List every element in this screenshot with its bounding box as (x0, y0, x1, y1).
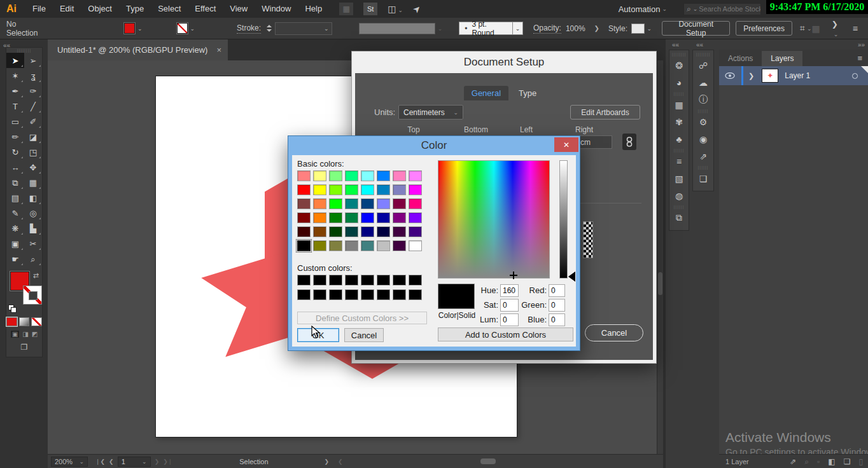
basic-color-swatch[interactable] (377, 226, 390, 237)
custom-color-swatch[interactable] (409, 289, 422, 300)
basic-color-swatch[interactable] (297, 240, 311, 251)
basic-color-swatch[interactable] (377, 198, 390, 209)
opacity-value[interactable]: 100% (566, 24, 585, 33)
collapse-panel-icon[interactable]: «« (696, 41, 703, 48)
line-segment-tool[interactable]: ╱ (24, 99, 42, 114)
menu-view[interactable]: View (223, 0, 255, 18)
layer-thumbnail[interactable]: ✦ (762, 69, 778, 83)
basic-color-swatch[interactable] (313, 212, 326, 223)
basic-color-swatch[interactable] (377, 212, 390, 223)
color-guide-icon[interactable]: ◕ (669, 74, 689, 91)
expand-panel-icon[interactable]: »» (858, 41, 865, 48)
close-icon[interactable]: ✕ (554, 137, 578, 152)
type-tool[interactable]: T (6, 99, 24, 114)
magic-wand-tool[interactable]: ✶ (6, 68, 24, 83)
units-dropdown[interactable]: Centimeters ⌄ (398, 105, 463, 120)
color-mode-button[interactable] (6, 317, 17, 326)
gradient-panel-icon[interactable]: ▧ (669, 170, 689, 187)
custom-color-swatch[interactable] (361, 289, 374, 300)
lum-input[interactable] (500, 313, 519, 326)
basic-color-swatch[interactable] (393, 212, 406, 223)
tab-type[interactable]: Type (511, 86, 544, 100)
basic-color-swatch[interactable] (361, 170, 374, 181)
none-mode-button[interactable] (31, 317, 42, 326)
custom-color-swatch[interactable] (345, 275, 358, 286)
custom-color-swatch[interactable] (345, 289, 358, 300)
delete-layer-icon[interactable]: ▯ (858, 457, 863, 466)
luminance-slider-arrow[interactable] (568, 272, 575, 282)
add-to-custom-colors-button[interactable]: Add to Custom Colors (438, 327, 573, 341)
basic-color-swatch[interactable] (361, 198, 374, 209)
last-artboard-icon[interactable]: ❯❘ (163, 458, 172, 465)
stock-icon[interactable]: St (363, 3, 377, 15)
style-swatch[interactable] (631, 24, 645, 34)
arrange-documents-icon[interactable]: ◫⌄ (388, 4, 403, 14)
custom-color-swatch[interactable] (361, 275, 374, 286)
bridge-icon[interactable]: ▦ (339, 3, 353, 15)
basic-color-swatch[interactable] (393, 198, 406, 209)
custom-color-swatch[interactable] (313, 289, 326, 300)
app-logo[interactable]: Ai (6, 3, 17, 15)
stroke-weight-stepper[interactable] (266, 23, 272, 34)
basic-color-swatch[interactable] (409, 240, 422, 251)
basic-color-swatch[interactable] (313, 240, 326, 251)
lasso-tool[interactable]: ʓ (24, 68, 42, 83)
visibility-eye-icon[interactable] (725, 72, 735, 79)
hue-saturation-field[interactable] (438, 160, 550, 279)
stock-search[interactable]: ⌕ ⌄ (683, 3, 761, 15)
basic-color-swatch[interactable] (297, 226, 311, 237)
basic-color-swatch[interactable] (393, 170, 406, 181)
layer-target-icon[interactable] (852, 73, 858, 79)
basic-color-swatch[interactable] (345, 198, 358, 209)
swap-fill-stroke-icon[interactable]: ⇄ (33, 272, 39, 280)
rectangle-tool[interactable]: ▭ (6, 114, 24, 129)
basic-color-swatch[interactable] (345, 184, 358, 195)
new-layer-icon[interactable]: ❏ (844, 457, 851, 466)
basic-color-swatch[interactable] (345, 240, 358, 251)
document-setup-cancel-button[interactable]: Cancel (585, 324, 643, 341)
brushes-panel-icon[interactable]: ✾ (669, 113, 689, 130)
default-fill-stroke-icon[interactable] (8, 305, 17, 313)
artboards-panel-icon[interactable]: ⧉ (669, 209, 689, 226)
custom-color-swatch[interactable] (297, 289, 311, 300)
draw-normal-icon[interactable]: ▣ (11, 331, 19, 338)
shape-builder-tool[interactable]: ⧉ (6, 175, 24, 190)
basic-color-swatch[interactable] (329, 184, 342, 195)
stroke-weight-label[interactable]: Stroke: (237, 24, 261, 34)
export-panel-icon[interactable]: ⇗ (693, 148, 713, 165)
tab-general[interactable]: General (464, 86, 508, 100)
column-graph-tool[interactable]: ▙ (24, 221, 42, 236)
eyedropper-tool[interactable]: ✎ (6, 205, 24, 221)
automation-menu[interactable]: Automation ⌄ (619, 4, 667, 14)
basic-color-swatch[interactable] (329, 240, 342, 251)
width-tool[interactable]: ↔ (6, 160, 24, 175)
link-values-icon[interactable] (622, 134, 636, 150)
width-profile-control[interactable] (359, 23, 435, 34)
panel-menu-icon[interactable]: ≡ (857, 53, 862, 63)
eraser-tool[interactable]: ◪ (24, 129, 42, 144)
edit-artboards-button[interactable]: Edit Artboards (570, 105, 640, 120)
free-transform-tool[interactable]: ✥ (24, 160, 42, 175)
document-setup-titlebar[interactable]: Document Setup (352, 52, 656, 73)
stroke-color-control[interactable]: ⌄ (177, 23, 195, 34)
color-crosshair-icon[interactable] (510, 272, 517, 279)
custom-color-swatch[interactable] (393, 275, 406, 286)
stroke-panel-icon[interactable]: ≡ (669, 153, 689, 170)
previous-artboard-icon[interactable]: ❮ (109, 458, 114, 465)
artboard-tool[interactable]: ▣ (6, 236, 24, 251)
basic-color-swatch[interactable] (393, 226, 406, 237)
draw-behind-icon[interactable]: ◨ (22, 331, 28, 338)
custom-color-swatch[interactable] (329, 275, 342, 286)
vertical-scrollbar-thumb[interactable] (658, 272, 662, 295)
fill-color-control[interactable]: ⌄ (124, 23, 143, 34)
bleed-right-field[interactable]: cm (577, 135, 612, 149)
luminance-slider[interactable] (559, 160, 568, 279)
basic-color-swatch[interactable] (313, 198, 326, 209)
shaper-tool[interactable]: ✏ (6, 129, 24, 144)
layer-row[interactable]: ❯ ✦ Layer 1 (719, 66, 868, 85)
workspace-menu-icon[interactable]: ≡ (853, 24, 858, 34)
document-tab[interactable]: Untitled-1* @ 200% (RGB/GPU Preview) × (48, 39, 228, 60)
cc-libraries-icon[interactable]: ☁ (693, 74, 713, 91)
basic-color-swatch[interactable] (377, 170, 390, 181)
green-input[interactable] (549, 299, 565, 312)
